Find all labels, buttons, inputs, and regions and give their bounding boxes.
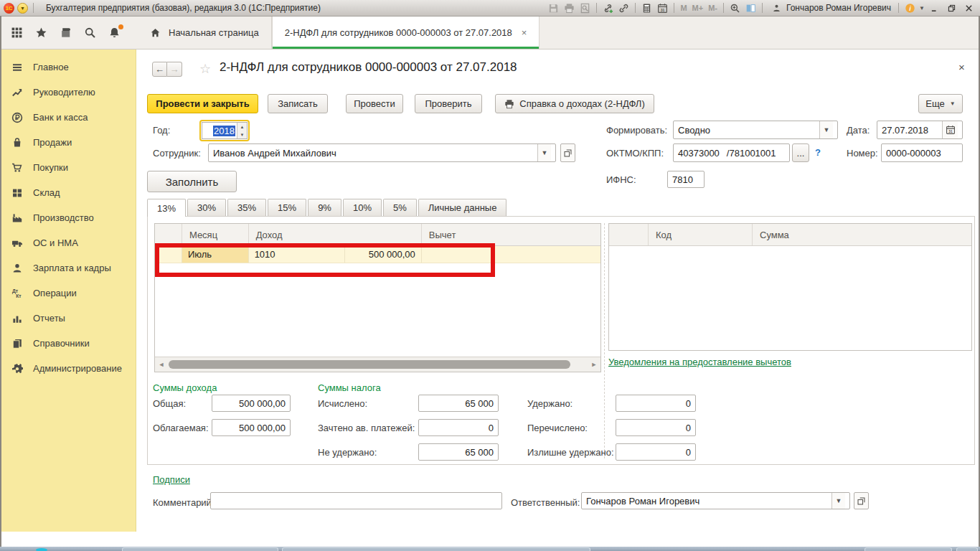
signatures-link[interactable]: Подписи	[153, 474, 190, 485]
forward-button[interactable]: →	[167, 62, 182, 77]
transferred-field[interactable]: 0	[616, 419, 696, 436]
memory-m-minus-button[interactable]: M-	[707, 4, 719, 12]
income-certificate-button[interactable]: Справка о доходах (2-НДФЛ)	[495, 94, 654, 113]
sidebar-item-truck[interactable]: ОС и НМА	[0, 230, 136, 255]
responsible-select[interactable]: Гончаров Роман Игоревич ▼	[581, 492, 850, 509]
open-responsible-icon[interactable]	[854, 492, 869, 509]
info-icon[interactable]: i	[903, 1, 917, 14]
rate-tab-10pct[interactable]: 10%	[343, 199, 382, 216]
deduction-column-header[interactable]: Вычет	[422, 224, 600, 245]
sidebar-item-menu[interactable]: Главное	[0, 55, 136, 80]
date-field[interactable]: 27.07.2018 31	[877, 121, 963, 139]
taskbar-button[interactable]	[864, 547, 952, 551]
tab-home[interactable]: Начальная страница	[136, 17, 272, 49]
chevron-down-icon[interactable]: ▼	[831, 493, 845, 509]
oktmo-kpp-field[interactable]: 40373000 /781001001	[673, 143, 790, 162]
more-button[interactable]: Еще▼	[918, 94, 963, 113]
favorites-icon[interactable]	[34, 26, 48, 39]
rate-tab-13pct[interactable]: 13%	[147, 199, 186, 217]
calculated-tax-field[interactable]: 65 000	[418, 395, 499, 412]
horizontal-scrollbar[interactable]: ◄ ►	[155, 357, 600, 372]
generate-select[interactable]: Сводно ▼	[673, 121, 838, 139]
restore-button[interactable]	[944, 2, 959, 14]
ifns-field[interactable]: 7810	[667, 171, 705, 188]
rate-tab-35pct[interactable]: 35%	[227, 199, 266, 216]
rate-tab-5pct[interactable]: 5%	[383, 199, 417, 216]
total-income-field[interactable]: 500 000,00	[212, 395, 291, 412]
income-column-header[interactable]: Доход	[249, 224, 422, 245]
taxable-income-field[interactable]: 500 000,00	[212, 419, 291, 436]
taskbar-button[interactable]	[282, 547, 590, 551]
taskbar-button[interactable]	[122, 547, 278, 551]
add-link-icon[interactable]	[601, 1, 615, 14]
all-functions-menu-icon[interactable]	[10, 26, 24, 39]
month-cell[interactable]: Июль	[182, 246, 249, 263]
minimize-button[interactable]	[927, 2, 942, 14]
row-number-column-header[interactable]	[155, 224, 182, 245]
deduction-code-cell[interactable]	[422, 246, 494, 263]
rate-tab-9pct[interactable]: 9%	[308, 199, 341, 216]
scroll-right-icon[interactable]: ►	[590, 361, 598, 368]
number-field[interactable]: 0000-000003	[881, 143, 963, 162]
tab-document[interactable]: 2-НДФЛ для сотрудников 0000-000003 от 27…	[272, 17, 540, 49]
chevron-down-icon[interactable]: ▼	[537, 144, 551, 161]
favorite-star-icon[interactable]: ☆	[199, 61, 211, 77]
write-button[interactable]: Записать	[268, 94, 328, 113]
save-icon[interactable]	[547, 1, 560, 14]
rate-tab-15pct[interactable]: 15%	[268, 199, 306, 216]
oktmo-choose-button[interactable]: ...	[792, 143, 809, 162]
get-link-icon[interactable]	[617, 1, 631, 14]
calendar-icon[interactable]: 31	[942, 121, 958, 138]
sidebar-item-books[interactable]: Справочники	[0, 331, 136, 356]
rate-tab-30pct[interactable]: 30%	[187, 199, 226, 216]
print-icon[interactable]	[562, 1, 576, 14]
fill-button[interactable]: Заполнить	[147, 171, 237, 192]
chevron-down-icon[interactable]: ▼	[819, 121, 833, 138]
current-user[interactable]: Гончаров Роман Игоревич	[767, 1, 894, 14]
sidebar-item-factory[interactable]: Производство	[0, 205, 136, 230]
scroll-left-icon[interactable]: ◄	[157, 361, 166, 368]
employee-select[interactable]: Иванов Андрей Михайлович ▼	[208, 143, 556, 162]
month-column-header[interactable]: Месяц	[182, 224, 249, 245]
open-employee-icon[interactable]	[560, 143, 575, 162]
comment-field[interactable]	[210, 492, 502, 509]
sidebar-item-cart[interactable]: Покупки	[0, 155, 136, 180]
taskbar-button[interactable]	[956, 547, 978, 551]
sidebar-item-trend[interactable]: Руководителю	[0, 80, 136, 105]
zoom-icon[interactable]	[728, 1, 742, 14]
document-close-icon[interactable]: ×	[958, 61, 965, 73]
income-table-row[interactable]: Июль 1010 500 000,00	[155, 246, 600, 263]
calculator-icon[interactable]	[640, 1, 654, 14]
memory-m-plus-button[interactable]: M+	[691, 4, 705, 12]
back-button[interactable]: ←	[152, 62, 167, 77]
withheld-field[interactable]: 0	[616, 395, 696, 412]
not-withheld-field[interactable]: 65 000	[418, 443, 499, 461]
system-menu-button[interactable]: ▼	[17, 3, 28, 14]
search-icon[interactable]	[83, 26, 97, 39]
split-panels-icon[interactable]	[744, 1, 758, 14]
year-field[interactable]: 2018 ▲▼	[199, 120, 250, 141]
post-button[interactable]: Провести	[346, 94, 403, 113]
sidebar-item-ruble[interactable]: Банк и касса	[0, 105, 136, 130]
scrollbar-thumb[interactable]	[169, 360, 570, 369]
sidebar-item-barchart[interactable]: Отчеты	[0, 306, 136, 331]
chevron-down-icon[interactable]: ▼	[919, 5, 925, 11]
sidebar-item-bag[interactable]: Продажи	[0, 130, 136, 155]
code-column-header[interactable]: Код	[649, 224, 753, 245]
amount-column-header[interactable]: Сумма	[753, 224, 971, 245]
calendar-icon[interactable]: 31	[656, 1, 669, 14]
deduction-amount-cell[interactable]	[494, 246, 600, 263]
notifications-bell-icon[interactable]	[108, 26, 121, 39]
sidebar-item-dtkt[interactable]: ДтКт Операции	[0, 281, 136, 306]
memory-m-button[interactable]: M	[679, 4, 688, 12]
help-question-icon[interactable]: ?	[815, 147, 821, 158]
check-button[interactable]: Проверить	[415, 94, 482, 113]
rate-tab-личные-данные[interactable]: Личные данные	[418, 199, 507, 216]
row-number-column-header[interactable]	[609, 224, 649, 245]
deduction-notifications-link[interactable]: Уведомления на предоставление вычетов	[608, 357, 791, 367]
post-and-close-button[interactable]: Провести и закрыть	[147, 94, 258, 113]
history-icon[interactable]	[59, 26, 72, 39]
tab-close-icon[interactable]: ×	[522, 27, 527, 38]
year-spinner[interactable]: ▲▼	[237, 123, 247, 138]
income-amount-cell[interactable]: 500 000,00	[345, 246, 422, 263]
